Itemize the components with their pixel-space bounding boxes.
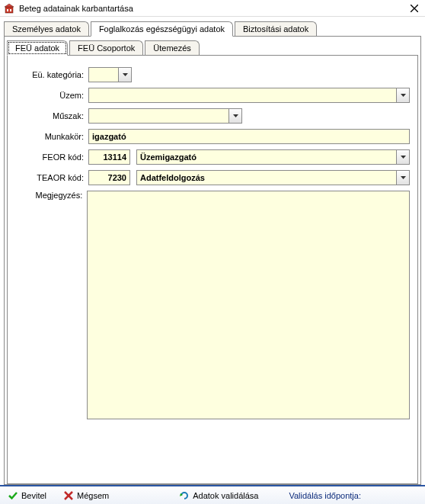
tab-biztositasi[interactable]: Biztosítási adatok <box>235 21 317 36</box>
main-tab-row: Személyes adatok Foglalkozás egészségügy… <box>4 21 421 36</box>
label-megjegyzes: Megjegyzés: <box>15 191 87 200</box>
tab-szemelyes-adatok[interactable]: Személyes adatok <box>4 21 89 36</box>
subtab-feu-adatok[interactable]: FEÜ adatok <box>7 40 68 56</box>
adatok-validalasa-button[interactable]: Adatok validálása <box>174 489 263 502</box>
row-eu-kategoria: Eü. kategória: <box>15 67 410 82</box>
combo-feor-desc[interactable] <box>136 149 410 165</box>
svg-rect-1 <box>7 9 8 11</box>
svg-marker-8 <box>233 114 238 117</box>
close-button[interactable] <box>407 1 422 16</box>
main-tab-panel: FEÜ adatok FEÜ Csoportok Ütemezés Eü. ka… <box>4 36 421 485</box>
megsem-label: Mégsem <box>77 491 109 500</box>
input-feor-desc[interactable] <box>136 149 397 165</box>
bevitel-button[interactable]: Bevitel <box>3 489 51 502</box>
combo-uzem[interactable] <box>88 88 410 103</box>
svg-rect-2 <box>10 9 11 11</box>
row-uzem: Üzem: <box>15 88 410 103</box>
label-feor: FEOR kód: <box>15 152 88 162</box>
svg-marker-7 <box>401 94 406 97</box>
adatok-validalasa-label: Adatok validálása <box>193 491 258 500</box>
dropdown-uzem-icon[interactable] <box>397 88 410 103</box>
sub-tab-row: FEÜ adatok FEÜ Csoportok Ütemezés <box>7 40 418 55</box>
tab-foglalkozas[interactable]: Foglalkozás egészségügyi adatok <box>91 21 233 37</box>
dropdown-eu-kategoria-icon[interactable] <box>119 67 132 82</box>
bevitel-label: Bevitel <box>21 491 46 500</box>
subtab-feu-csoportok[interactable]: FEÜ Csoportok <box>69 40 143 55</box>
row-megjegyzes: Megjegyzés: <box>15 191 410 419</box>
x-icon <box>63 490 74 501</box>
window-title: Beteg adatainak karbantartása <box>19 4 407 13</box>
combo-teaor-desc[interactable] <box>136 170 410 185</box>
statusbar: Bevitel Mégsem Adatok validálása Validál… <box>0 485 425 504</box>
titlebar: Beteg adatainak karbantartása <box>0 0 425 17</box>
svg-marker-9 <box>401 156 406 159</box>
megsem-button[interactable]: Mégsem <box>59 489 113 502</box>
input-teaor-code[interactable] <box>88 170 130 185</box>
dropdown-teaor-icon[interactable] <box>397 170 410 185</box>
validalas-idopontja-label: Validálás időpontja: <box>286 491 361 500</box>
combo-muszak[interactable] <box>88 108 242 124</box>
row-munkakor: Munkakör: <box>15 129 410 144</box>
svg-marker-6 <box>123 73 128 76</box>
input-muszak[interactable] <box>88 108 229 124</box>
input-uzem[interactable] <box>88 88 397 103</box>
input-teaor-desc[interactable] <box>136 170 397 185</box>
label-munkakor: Munkakör: <box>15 132 88 141</box>
label-teaor: TEAOR kód: <box>15 173 88 182</box>
dropdown-feor-icon[interactable] <box>397 149 410 165</box>
refresh-icon <box>179 490 190 501</box>
textarea-megjegyzes[interactable] <box>87 191 410 419</box>
label-uzem: Üzem: <box>15 91 88 100</box>
svg-marker-3 <box>5 4 14 7</box>
row-teaor: TEAOR kód: <box>15 170 410 185</box>
check-icon <box>8 490 18 501</box>
input-munkakor[interactable] <box>88 129 410 144</box>
svg-marker-10 <box>401 176 406 179</box>
dropdown-muszak-icon[interactable] <box>229 108 242 124</box>
label-muszak: Műszak: <box>15 111 88 120</box>
row-feor: FEOR kód: <box>15 149 410 165</box>
label-eu-kategoria: Eü. kategória: <box>15 70 88 79</box>
combo-eu-kategoria[interactable] <box>88 67 132 82</box>
input-eu-kategoria[interactable] <box>88 67 119 82</box>
app-icon <box>3 2 15 14</box>
form-panel: Eü. kategória: Üzem: <box>7 55 418 484</box>
subtab-utemezes[interactable]: Ütemezés <box>145 40 200 55</box>
row-muszak: Műszak: <box>15 108 410 124</box>
content-area: Személyes adatok Foglalkozás egészségügy… <box>0 17 425 485</box>
svg-rect-0 <box>5 7 13 13</box>
input-feor-code[interactable] <box>88 149 130 165</box>
